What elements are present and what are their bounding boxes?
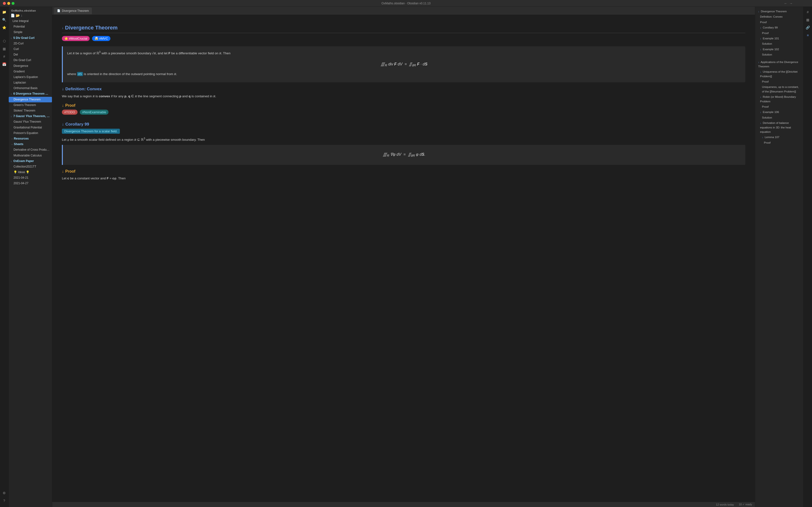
tab-bar: 📄 Divergence Theorem <box>52 7 755 15</box>
sidebar-item-laplaces-equation[interactable]: Laplace's Equation <box>9 74 52 80</box>
sidebar-item-divergence-theorem[interactable]: Divergence Theorem <box>9 97 52 102</box>
hashtag-icon[interactable]: # <box>805 9 811 15</box>
sidebar-item-greens-theorem[interactable]: Green's Theorem <box>9 102 52 108</box>
new-note-button[interactable]: 📄 <box>11 13 15 17</box>
sidebar-item-curl[interactable]: Curl <box>9 46 52 52</box>
proof-heading-text: Proof <box>65 103 75 108</box>
fold-arrow-corollary[interactable]: ↓ <box>62 122 64 127</box>
sidebar-item-2021-04-21[interactable]: 2021-04-21 <box>9 175 52 181</box>
close-button[interactable] <box>3 2 6 5</box>
sidebar-item-2d-curl[interactable]: 2D-Curl <box>9 41 52 46</box>
sidebar-item-gradient[interactable]: Gradient <box>9 69 52 74</box>
minimize-button[interactable] <box>7 2 10 5</box>
outline-item-solution-2[interactable]: Solution <box>755 52 803 57</box>
sidebar-item-orthonormal-basis[interactable]: Orthonormal Basis <box>9 86 52 91</box>
sidebar-item-resources[interactable]: → Resources <box>9 136 52 142</box>
outline-item-proof-2[interactable]: Proof <box>755 31 803 36</box>
sidebar-icon-tag[interactable]: # <box>1 53 8 60</box>
outline-item-example-106[interactable]: ↓ Example 106 <box>755 109 803 115</box>
corollary-math: ∭R ∇φ dV = ∬∂R φ dS. <box>67 148 741 162</box>
outline-item-uniqueness-dirichlet[interactable]: ↓ Uniqueness of the [[Dirichlet Problem]… <box>755 69 803 79</box>
outline-item-proof[interactable]: Proof <box>755 19 803 25</box>
list-icon[interactable]: ≡ <box>805 32 811 39</box>
sidebar-item-gauss-flux[interactable]: Gauss' Flux Theorem <box>9 119 52 125</box>
sidebar-item-del[interactable]: Del <box>9 52 52 57</box>
right-icon-strip: # ▦ 🔗 ≡ <box>803 7 812 507</box>
sidebar-icon-calendar[interactable]: 📅 <box>1 61 8 68</box>
tag-nonexaminable[interactable]: #NonExaminable <box>80 110 108 115</box>
theorem-text: Let R be a region of ℝ3 with a piecewise… <box>67 50 741 56</box>
outline-item-example-102[interactable]: ↓ Example 102 <box>755 47 803 52</box>
sidebar-item-ideas[interactable]: 💡 Ideas 💡 <box>9 169 52 175</box>
fold-arrow-proof2[interactable]: ↓ <box>62 169 64 174</box>
tag-todo[interactable]: #TODO <box>62 110 78 115</box>
outline-item-example-101[interactable]: ↓ Example 101 <box>755 36 803 41</box>
definition-heading: ↓ Definition: Convex <box>62 87 745 92</box>
outline-item-lemma-107[interactable]: ↓ Lemma 107 <box>755 134 803 140</box>
sidebar-icon-strip: 📁 🔍 ⭐ ⬡ ▦ # 📅 ⚙ ? <box>0 7 9 507</box>
sidebar-icon-help[interactable]: ? <box>1 497 8 504</box>
link-icon[interactable]: 🔗 <box>805 24 811 31</box>
sidebar-item-line-integral[interactable]: Line Integral <box>9 18 52 24</box>
corollary-text: Let φ be a smooth scalar field defined o… <box>62 136 745 143</box>
sidebar-item-gravitational-potential[interactable]: Gravitational Potential <box>9 125 52 130</box>
sidebar-icon-graph[interactable]: ⬡ <box>1 38 8 44</box>
sidebar-icon-search[interactable]: 🔍 <box>1 16 8 23</box>
sidebar-icon-star[interactable]: ⭐ <box>1 24 8 31</box>
file-tree: OxMaths.obsidian 📄 📂 ↕ Line Integral Pot… <box>9 7 52 507</box>
sidebar-item-simple[interactable]: Simple <box>9 30 52 35</box>
outline-item-divergence-theorem[interactable]: ↓ Divergence Theorem <box>755 9 803 14</box>
sidebar-item-poissons-equation[interactable]: Poisson's Equation <box>9 130 52 136</box>
sidebar-item-multivariable-calculus[interactable]: Multivariable Calculus <box>9 153 52 158</box>
sidebar-item-derivative-cross-products[interactable]: Derivative of Cross Products <box>9 147 52 153</box>
new-folder-button[interactable]: 📂 <box>16 13 20 17</box>
sidebar-item-5-div-grad-curl[interactable]: ↓ 5 Div Grad Curl <box>9 35 52 41</box>
main-heading: ↓ Divergence Theorem <box>62 24 745 31</box>
outline-item-uniqueness-neumann[interactable]: Uniqueness, up to a constant, of the [[N… <box>755 84 803 94</box>
sidebar-item-6-divergence[interactable]: ↓ 6 Divergence Theorem & Stokes' Theorem <box>9 91 52 97</box>
sidebar-item-stokes-theorem[interactable]: Stokes' Theorem <box>9 108 52 113</box>
chart-icon[interactable]: ▦ <box>805 16 811 23</box>
sidebar-item-collection2021tt[interactable]: Collection2021TT <box>9 164 52 169</box>
outline-item-derivation-balance[interactable]: ↓ Derivation of balance equations in 3D:… <box>755 120 803 134</box>
fold-arrow-def[interactable]: ↓ <box>62 87 64 92</box>
tag-mostcrucial[interactable]: ⭐ #MostCrucial <box>62 36 90 41</box>
sidebar-item-oxexam[interactable]: ↓ OxExam Paper <box>9 158 52 164</box>
sidebar-item-div-grad-curl[interactable]: Div Grad Curl <box>9 57 52 63</box>
sidebar-item-2021-04-27[interactable]: 2021-04-27 <box>9 181 52 186</box>
outline-item-proof-lemma[interactable]: Proof <box>755 140 803 145</box>
sidebar-item-divergence[interactable]: Divergence <box>9 63 52 69</box>
outline-item-proof-robin[interactable]: Proof <box>755 104 803 109</box>
back-button[interactable]: ← <box>784 1 788 5</box>
theorem-footer: where dS is oriented in the direction of… <box>67 71 741 77</box>
outline-item-solution-3[interactable]: Solution <box>755 115 803 120</box>
sidebar-item-laplacian[interactable]: Laplacian <box>9 80 52 86</box>
fold-arrow-main[interactable]: ↓ <box>62 26 63 30</box>
outline-item-corollary-99[interactable]: ↓ Corollary 99 <box>755 25 803 30</box>
outline-item-solution-1[interactable]: Solution <box>755 41 803 46</box>
fold-arrow-proof[interactable]: ↓ <box>62 103 64 108</box>
active-tab[interactable]: 📄 Divergence Theorem <box>54 7 92 14</box>
proof2-text: Let c be a constant vector and F = cφ. T… <box>62 175 745 181</box>
corollary-label: Divergence Theorem for a scalar field. <box>62 129 120 134</box>
sidebar-item-sheets[interactable]: → Sheets <box>9 142 52 147</box>
sidebar-icon-settings[interactable]: ⚙ <box>1 490 8 496</box>
main-layout: 📁 🔍 ⭐ ⬡ ▦ # 📅 ⚙ ? OxMaths.obsidian 📄 📂 ↕… <box>0 7 812 507</box>
heading-rule <box>62 33 745 33</box>
maximize-button[interactable] <box>12 2 14 5</box>
editor-container[interactable]: ↓ Divergence Theorem ⭐ #MostCrucial 🤯 #M… <box>52 15 755 502</box>
sidebar-icon-files[interactable]: 📁 <box>1 9 8 15</box>
outline-item-robin-boundary[interactable]: ↓ Robin (or Mixed) Boundary Problem <box>755 94 803 104</box>
forward-button[interactable]: → <box>789 1 793 5</box>
sort-button[interactable]: ↕ <box>21 13 22 17</box>
sidebar-item-7-gauss[interactable]: ↓ 7 Gauss' Flux Theorem, Poisson's Equat… <box>9 113 52 119</box>
word-count: 12 words today <box>716 503 734 506</box>
outline-item-definition-convex[interactable]: Definition: Convex <box>755 14 803 19</box>
sidebar-icon-blocks[interactable]: ▦ <box>1 45 8 52</box>
window-title: OxMaths.obsidian · Obsidian v0.11.13 <box>382 2 430 5</box>
titlebar: OxMaths.obsidian · Obsidian v0.11.13 ← → <box>0 0 812 7</box>
tag-mvc[interactable]: 🤯 #MVC <box>92 36 110 41</box>
sidebar-item-potential[interactable]: Potential <box>9 24 52 30</box>
outline-item-applications[interactable]: ↓ Applications of the Divergence Theorem <box>755 59 803 69</box>
outline-item-proof-dirichlet[interactable]: Proof <box>755 79 803 84</box>
